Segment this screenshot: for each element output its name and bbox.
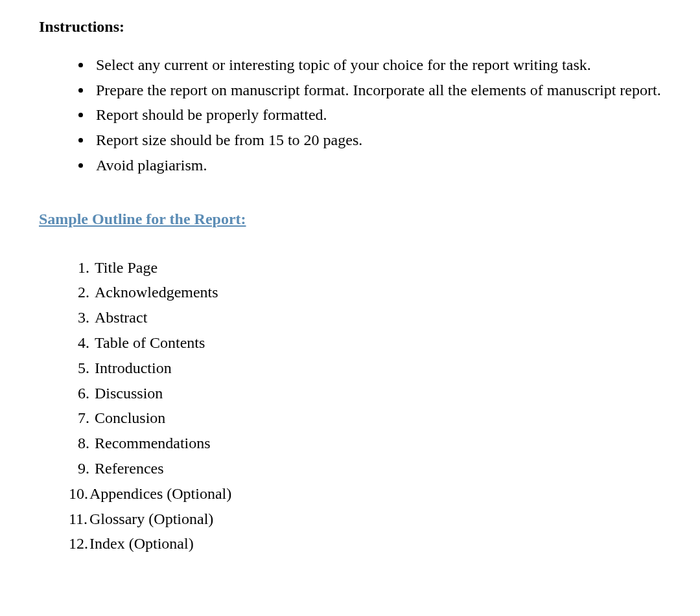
list-item: Avoid plagiarism. bbox=[92, 154, 661, 177]
outline-item: 11.Glossary (Optional) bbox=[65, 508, 661, 530]
instructions-heading: Instructions: bbox=[39, 16, 661, 38]
outline-item: 12.Index (Optional) bbox=[65, 532, 661, 555]
outline-item: 6.Discussion bbox=[65, 382, 661, 405]
outline-label: Abstract bbox=[89, 309, 147, 326]
list-item: Report should be properly formatted. bbox=[92, 104, 661, 126]
outline-label: Appendices (Optional) bbox=[89, 485, 231, 502]
outline-label: Recommendations bbox=[89, 435, 211, 451]
outline-item: 10.Appendices (Optional) bbox=[65, 483, 661, 505]
outline-item: 4.Table of Contents bbox=[65, 332, 661, 354]
instructions-list: Select any current or interesting topic … bbox=[92, 54, 661, 177]
instruction-text: Select any current or interesting topic … bbox=[96, 56, 591, 73]
list-item: Select any current or interesting topic … bbox=[92, 54, 661, 76]
instruction-text: Avoid plagiarism. bbox=[96, 157, 207, 174]
outline-number: 3. bbox=[65, 306, 89, 329]
outline-label: Table of Contents bbox=[89, 334, 205, 351]
outline-number: 2. bbox=[65, 281, 89, 304]
outline-label: Acknowledgements bbox=[89, 284, 218, 301]
outline-number: 1. bbox=[65, 257, 89, 279]
outline-number: 11. bbox=[65, 508, 89, 530]
outline-item: 9.References bbox=[65, 457, 661, 480]
list-item: Prepare the report on manuscript format.… bbox=[92, 79, 661, 102]
instruction-text: Report size should be from 15 to 20 page… bbox=[96, 131, 362, 148]
outline-item: 5.Introduction bbox=[65, 357, 661, 380]
instruction-text: Report should be properly formatted. bbox=[96, 106, 327, 123]
outline-item: 7.Conclusion bbox=[65, 407, 661, 429]
outline-item: 2.Acknowledgements bbox=[65, 281, 661, 304]
instruction-text: Prepare the report on manuscript format.… bbox=[96, 82, 661, 98]
outline-label: Introduction bbox=[89, 359, 172, 376]
outline-number: 4. bbox=[65, 332, 89, 354]
outline-number: 8. bbox=[65, 432, 89, 455]
outline-number: 12. bbox=[65, 532, 89, 555]
outline-number: 6. bbox=[65, 382, 89, 405]
list-item: Report size should be from 15 to 20 page… bbox=[92, 129, 661, 152]
outline-number: 9. bbox=[65, 457, 89, 480]
outline-item: 3.Abstract bbox=[65, 306, 661, 329]
outline-label: Title Page bbox=[89, 259, 158, 276]
outline-number: 7. bbox=[65, 407, 89, 429]
outline-label: References bbox=[89, 460, 164, 477]
outline-label: Conclusion bbox=[89, 409, 165, 426]
outline-number: 10. bbox=[65, 483, 89, 505]
outline-list: 1.Title Page 2.Acknowledgements 3.Abstra… bbox=[65, 257, 661, 556]
sample-outline-heading: Sample Outline for the Report: bbox=[39, 208, 661, 231]
outline-label: Glossary (Optional) bbox=[89, 510, 213, 527]
outline-item: 8.Recommendations bbox=[65, 432, 661, 455]
outline-number: 5. bbox=[65, 357, 89, 380]
outline-label: Discussion bbox=[89, 385, 163, 402]
outline-label: Index (Optional) bbox=[89, 535, 194, 552]
outline-item: 1.Title Page bbox=[65, 257, 661, 279]
